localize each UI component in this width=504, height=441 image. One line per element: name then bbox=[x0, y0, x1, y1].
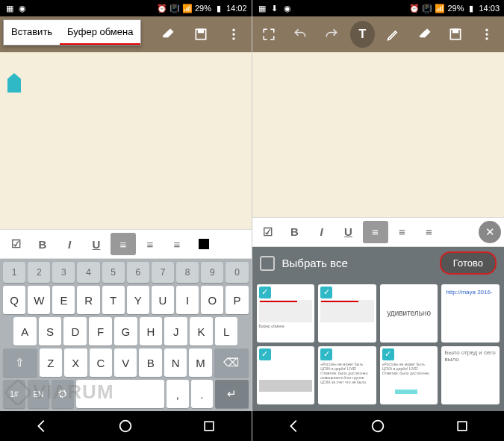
key-t[interactable]: T bbox=[102, 286, 125, 314]
clip-item[interactable]: удивительно bbox=[380, 284, 438, 343]
key-2[interactable]: 2 bbox=[28, 262, 50, 283]
italic-button[interactable]: I bbox=[309, 221, 335, 243]
key-l[interactable]: L bbox=[215, 317, 238, 345]
redo-icon[interactable] bbox=[319, 21, 344, 48]
key-u[interactable]: U bbox=[152, 286, 174, 314]
key-h[interactable]: H bbox=[140, 317, 163, 345]
key-g[interactable]: G bbox=[114, 317, 137, 345]
key-w[interactable]: W bbox=[28, 286, 50, 314]
clipboard-menu-item[interactable]: Буфер обмена bbox=[60, 20, 140, 45]
key-6[interactable]: 6 bbox=[127, 262, 149, 283]
clip-item[interactable]: ✓ «Ростов» не может быть ЦСКА в дерби! L… bbox=[318, 346, 376, 404]
key-q[interactable]: Q bbox=[3, 286, 25, 314]
home-button[interactable] bbox=[111, 415, 140, 437]
key-y[interactable]: Y bbox=[127, 286, 149, 314]
app-icon: ◉ bbox=[282, 3, 293, 13]
paste-menu-item[interactable]: Вставить bbox=[4, 20, 60, 45]
key-7[interactable]: 7 bbox=[152, 262, 174, 283]
key-9[interactable]: 9 bbox=[201, 262, 223, 283]
settings-key[interactable]: ⚙ bbox=[52, 380, 74, 408]
more-icon[interactable] bbox=[220, 21, 247, 48]
undo-icon[interactable] bbox=[287, 21, 313, 48]
bold-button[interactable]: B bbox=[282, 221, 308, 243]
key-b[interactable]: B bbox=[139, 348, 161, 377]
lang-key[interactable]: EN bbox=[28, 380, 50, 408]
key-3[interactable]: 3 bbox=[52, 262, 75, 283]
align-center-button[interactable]: ≡ bbox=[137, 233, 163, 255]
key-p[interactable]: P bbox=[225, 286, 248, 314]
done-button[interactable]: Готово bbox=[440, 251, 497, 275]
key-o[interactable]: O bbox=[201, 286, 223, 314]
key-5[interactable]: 5 bbox=[102, 262, 125, 283]
align-left-button[interactable]: ≡ bbox=[363, 221, 388, 243]
clip-item[interactable]: ✓ bbox=[318, 284, 376, 343]
number-row: 1 2 3 4 5 6 7 8 9 0 bbox=[3, 262, 249, 283]
key-8[interactable]: 8 bbox=[176, 262, 199, 283]
color-button[interactable] bbox=[191, 233, 217, 255]
fullscreen-icon[interactable] bbox=[257, 21, 282, 48]
key-n[interactable]: N bbox=[164, 348, 187, 377]
text-cursor-handle[interactable] bbox=[7, 73, 21, 93]
bold-button[interactable]: B bbox=[30, 233, 55, 255]
align-right-button[interactable]: ≡ bbox=[164, 233, 190, 255]
space-key[interactable] bbox=[76, 380, 164, 408]
key-r[interactable]: R bbox=[77, 286, 99, 314]
key-x[interactable]: X bbox=[64, 348, 87, 377]
key-i[interactable]: I bbox=[176, 286, 199, 314]
clip-text: Было отред и сего выло bbox=[444, 349, 495, 363]
clip-item[interactable]: ✓ «Ростов» не может быть ЦСКА в дерби! L… bbox=[380, 346, 438, 404]
align-right-button[interactable]: ≡ bbox=[417, 221, 442, 243]
back-button[interactable] bbox=[279, 415, 309, 437]
svg-rect-13 bbox=[458, 422, 467, 431]
note-canvas[interactable] bbox=[0, 52, 252, 229]
italic-button[interactable]: I bbox=[57, 233, 82, 255]
underline-button[interactable]: U bbox=[84, 233, 109, 255]
key-1[interactable]: 1 bbox=[3, 262, 25, 283]
clip-item[interactable]: http://maya 2016- bbox=[441, 284, 500, 343]
save-icon[interactable] bbox=[187, 21, 214, 48]
back-button[interactable] bbox=[27, 415, 57, 437]
key-f[interactable]: F bbox=[89, 317, 112, 345]
checklist-button[interactable]: ☑ bbox=[3, 233, 28, 255]
underline-button[interactable]: U bbox=[336, 221, 361, 243]
key-m[interactable]: M bbox=[189, 348, 211, 377]
key-4[interactable]: 4 bbox=[77, 262, 99, 283]
clip-text: http://maya 2016- bbox=[446, 289, 492, 295]
key-e[interactable]: E bbox=[52, 286, 75, 314]
enter-key[interactable]: ↵ bbox=[215, 380, 248, 408]
eraser-icon[interactable] bbox=[155, 21, 181, 48]
recent-button[interactable] bbox=[447, 415, 477, 437]
clip-item[interactable]: ✓ bbox=[257, 346, 315, 404]
shift-key[interactable]: ⇧ bbox=[3, 348, 37, 377]
align-center-button[interactable]: ≡ bbox=[390, 221, 415, 243]
note-canvas[interactable] bbox=[252, 52, 505, 217]
signal-icon: 📶 bbox=[435, 3, 445, 13]
backspace-key[interactable]: ⌫ bbox=[214, 348, 249, 377]
select-all-checkbox[interactable] bbox=[260, 256, 275, 271]
align-left-button[interactable]: ≡ bbox=[111, 233, 136, 255]
save-icon[interactable] bbox=[444, 21, 469, 48]
comma-key[interactable]: , bbox=[167, 380, 189, 408]
pen-icon[interactable] bbox=[381, 21, 406, 48]
recent-button[interactable] bbox=[194, 415, 224, 437]
clip-item[interactable]: ✓ Буфер обмена bbox=[257, 284, 315, 343]
text-tool-icon[interactable]: T bbox=[350, 21, 376, 48]
select-all-label: Выбрать все bbox=[282, 257, 432, 269]
key-v[interactable]: V bbox=[114, 348, 137, 377]
key-a[interactable]: A bbox=[13, 317, 37, 345]
key-j[interactable]: J bbox=[164, 317, 187, 345]
more-icon[interactable] bbox=[474, 21, 500, 48]
key-0[interactable]: 0 bbox=[225, 262, 248, 283]
key-k[interactable]: K bbox=[190, 317, 213, 345]
key-z[interactable]: Z bbox=[40, 348, 62, 377]
eraser-icon[interactable] bbox=[412, 21, 438, 48]
checklist-button[interactable]: ☑ bbox=[255, 221, 281, 243]
key-d[interactable]: D bbox=[63, 317, 87, 345]
key-s[interactable]: S bbox=[39, 317, 62, 345]
symbols-key[interactable]: 1# bbox=[3, 380, 25, 408]
clip-item[interactable]: Было отред и сего выло bbox=[441, 346, 500, 404]
dot-key[interactable]: . bbox=[191, 380, 214, 408]
key-c[interactable]: C bbox=[90, 348, 112, 377]
close-button[interactable]: ✕ bbox=[479, 221, 501, 243]
home-button[interactable] bbox=[363, 415, 393, 437]
